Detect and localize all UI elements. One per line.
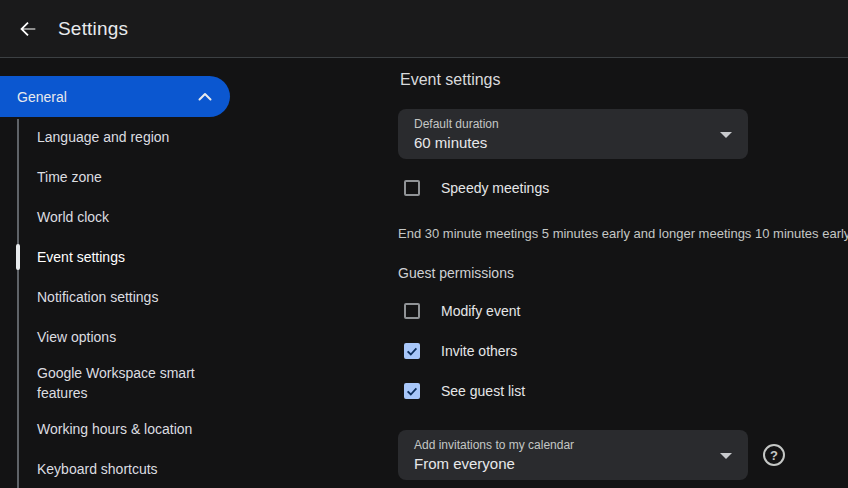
sidebar-item-label: Notification settings	[37, 289, 158, 305]
invite-others-label: Invite others	[441, 343, 517, 359]
sidebar-section-general[interactable]: General	[0, 76, 230, 117]
chevron-up-icon	[198, 92, 212, 101]
sidebar-item-label: Time zone	[37, 169, 102, 185]
arrow-left-icon	[17, 18, 39, 40]
sidebar-item-label: Google Workspace smart features	[37, 363, 217, 403]
sidebar-list: Language and region Time zone World cloc…	[0, 117, 398, 488]
default-duration-value: 60 minutes	[414, 134, 748, 151]
sidebar-item-world-clock[interactable]: World clock	[0, 197, 398, 237]
sidebar-item-google-workspace-smart-features[interactable]: Google Workspace smart features	[0, 357, 398, 409]
check-icon	[406, 345, 418, 358]
sidebar-item-label: Language and region	[37, 129, 169, 145]
sidebar-item-label: View options	[37, 329, 116, 345]
sidebar-item-label: World clock	[37, 209, 109, 225]
see-guest-list-row: See guest list	[398, 381, 848, 401]
speedy-meetings-row: Speedy meetings	[398, 178, 848, 198]
add-invitations-select[interactable]: Add invitations to my calendar From ever…	[398, 430, 748, 480]
check-icon	[406, 385, 418, 398]
settings-layout: General Language and region Time zone Wo…	[0, 58, 848, 487]
sidebar-item-notification-settings[interactable]: Notification settings	[0, 277, 398, 317]
back-button[interactable]	[8, 9, 48, 49]
default-duration-label: Default duration	[414, 117, 748, 131]
speedy-meetings-label: Speedy meetings	[441, 180, 549, 196]
main-content: Event settings Default duration 60 minut…	[398, 58, 848, 487]
help-icon[interactable]: ?	[763, 444, 785, 466]
invite-others-row: Invite others	[398, 341, 848, 361]
sidebar-item-view-options[interactable]: View options	[0, 317, 398, 357]
sidebar-item-working-hours-location[interactable]: Working hours & location	[0, 409, 398, 449]
modify-event-checkbox[interactable]	[404, 303, 420, 319]
invite-others-checkbox[interactable]	[404, 343, 420, 359]
guest-permissions-heading: Guest permissions	[398, 265, 848, 281]
sidebar-item-label: Event settings	[37, 249, 125, 265]
dropdown-arrow-icon	[720, 132, 732, 138]
sidebar-item-event-settings[interactable]: Event settings	[0, 237, 398, 277]
page-title: Settings	[58, 18, 128, 40]
selected-indicator	[16, 244, 20, 270]
sidebar-item-time-zone[interactable]: Time zone	[0, 157, 398, 197]
add-invitations-row: Add invitations to my calendar From ever…	[398, 430, 848, 480]
add-invitations-value: From everyone	[414, 455, 748, 472]
sidebar-item-language-and-region[interactable]: Language and region	[0, 117, 398, 157]
sidebar-section-label: General	[17, 89, 67, 105]
dropdown-arrow-icon	[720, 453, 732, 459]
section-heading: Event settings	[400, 71, 848, 89]
add-invitations-label: Add invitations to my calendar	[414, 438, 748, 452]
sidebar-item-label: Working hours & location	[37, 421, 192, 437]
see-guest-list-label: See guest list	[441, 383, 525, 399]
default-duration-select[interactable]: Default duration 60 minutes	[398, 109, 748, 159]
speedy-meetings-checkbox[interactable]	[404, 180, 420, 196]
sidebar-item-label: Keyboard shortcuts	[37, 461, 158, 477]
speedy-meetings-description: End 30 minute meetings 5 minutes early a…	[398, 226, 848, 241]
modify-event-row: Modify event	[398, 301, 848, 321]
modify-event-label: Modify event	[441, 303, 520, 319]
see-guest-list-checkbox[interactable]	[404, 383, 420, 399]
sidebar-item-keyboard-shortcuts[interactable]: Keyboard shortcuts	[0, 449, 398, 488]
header: Settings	[0, 0, 848, 58]
sidebar: General Language and region Time zone Wo…	[0, 58, 398, 487]
